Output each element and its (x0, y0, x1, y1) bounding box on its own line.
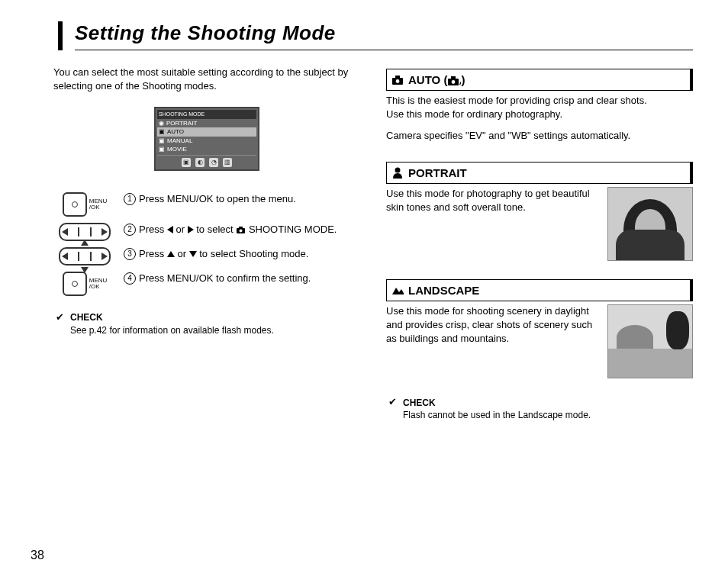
check-note-left: ✔ CHECK See p.42 for information on avai… (53, 311, 360, 337)
mode-portrait: PORTRAIT Use this mode for photography t… (386, 162, 693, 261)
lcd-bottom-icons: ▣ ◐ ◔ ▥ (157, 155, 256, 168)
portrait-icon (391, 166, 404, 179)
mode-landscape: LANDSCAPE Use this mode for shooting sce… (386, 279, 693, 378)
down-arrow-icon (189, 251, 197, 257)
landscape-sample-image (607, 304, 693, 378)
mode-body: Camera specifies "EV" and "WB" settings … (386, 129, 693, 143)
step-text: Press or to select SHOOTING MODE. (139, 223, 337, 237)
lcd-item-movie: ▣MOVIE (157, 145, 256, 153)
svg-point-10 (395, 168, 401, 173)
svg-point-5 (396, 79, 400, 83)
check-note-right: ✔ CHECK Flash cannot be used in the Land… (386, 397, 693, 423)
mode-auto: AUTO (A) This is the easiest mode for pr… (386, 69, 693, 143)
mode-title: AUTO (A) (408, 72, 465, 88)
svg-rect-7 (451, 76, 456, 79)
right-arrow-icon (188, 226, 194, 233)
step-number: 1 (124, 193, 136, 205)
intro-text: You can select the most suitable setting… (53, 66, 360, 93)
lcd-item-auto: ▣AUTO (157, 127, 256, 136)
steps-list: MENU/OK 1 Press MENU/OK to open the menu… (53, 192, 360, 296)
camera-a-icon: A (447, 76, 461, 86)
up-arrow-icon (167, 251, 175, 257)
check-title: CHECK (70, 312, 103, 323)
check-icon: ✔ (386, 397, 398, 409)
flash-icon: ◐ (195, 158, 205, 167)
left-right-dpad-image (53, 223, 116, 241)
lcd-header: SHOOTING MODE (157, 110, 256, 119)
lcd-item-manual: ▣MANUAL (157, 137, 256, 145)
step-text: Press MENU/OK to confirm the setting. (139, 272, 311, 285)
step-number: 4 (124, 272, 136, 285)
step-4: MENU/OK 4 Press MENU/OK to confirm the s… (53, 272, 360, 296)
up-down-dpad-image (53, 247, 116, 265)
page-title: Setting the Shooting Mode (75, 21, 693, 50)
camera-icon (391, 74, 404, 86)
mode-body: Use this mode for photography to get bea… (386, 187, 598, 214)
step-1: MENU/OK 1 Press MENU/OK to open the menu… (53, 192, 360, 217)
page-number: 38 (31, 549, 44, 562)
step-number: 2 (124, 224, 136, 236)
mode-title: LANDSCAPE (408, 282, 479, 298)
lcd-item-portrait: ◉PORTRAIT (157, 119, 256, 127)
settings-icon: ▥ (223, 158, 232, 167)
step-2: 2 Press or to select SHOOTING MODE. (53, 223, 360, 241)
svg-point-2 (240, 229, 243, 232)
mode-title: PORTRAIT (408, 165, 467, 181)
check-title: CHECK (403, 397, 436, 408)
svg-point-8 (452, 80, 456, 84)
camera-icon: ▣ (182, 158, 191, 167)
left-arrow-icon (167, 226, 173, 233)
check-text: See p.42 for information on available fl… (70, 325, 274, 336)
left-column: You can select the most suitable setting… (53, 66, 360, 422)
page-title-wrap: Setting the Shooting Mode (58, 21, 693, 50)
portrait-sample-image (607, 187, 693, 261)
mode-body: This is the easiest mode for providing c… (386, 94, 693, 108)
landscape-icon (391, 284, 404, 296)
step-text: Press or to select Shooting mode. (139, 247, 308, 261)
menu-ok-button-image: MENU/OK (53, 272, 116, 296)
step-3: 3 Press or to select Shooting mode. (53, 247, 360, 265)
camera-icon (236, 226, 246, 234)
step-text: Press MENU/OK to open the menu. (139, 192, 296, 206)
right-column: AUTO (A) This is the easiest mode for pr… (386, 66, 693, 422)
lcd-screen: SHOOTING MODE ◉PORTRAIT ▣AUTO ▣MANUAL ▣M… (154, 107, 259, 171)
svg-rect-4 (395, 76, 400, 79)
check-icon: ✔ (53, 311, 66, 323)
svg-rect-1 (239, 227, 243, 229)
mode-body: Use this mode for shooting scenery in da… (386, 304, 598, 346)
mode-body: Use this mode for ordinary photography. (386, 108, 693, 121)
timer-icon: ◔ (209, 158, 218, 167)
step-number: 3 (124, 248, 136, 260)
check-text: Flash cannot be used in the Landscape mo… (403, 410, 591, 420)
menu-ok-button-image: MENU/OK (53, 192, 116, 217)
